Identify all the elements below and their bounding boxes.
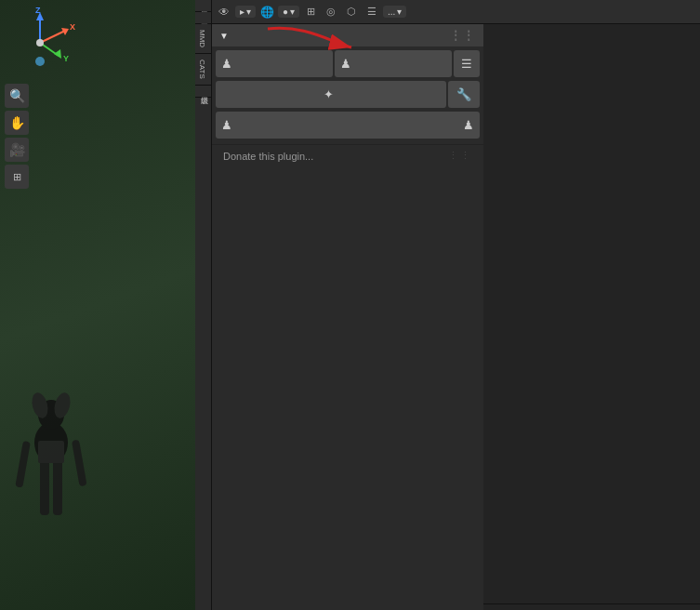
scene-tree — [483, 24, 700, 603]
svg-text:Z: Z — [35, 7, 41, 15]
panel-scroll: ▼ ⋮⋮ ♟ ♟ ☰ — [212, 24, 483, 610]
svg-marker-4 — [54, 49, 61, 59]
fix-wrench-button[interactable]: 🔧 — [448, 81, 480, 108]
toolbar-hand-icon[interactable]: ✋ — [5, 111, 29, 135]
left-toolbar: 🔍 ✋ 🎥 ⊞ — [5, 84, 29, 189]
svg-rect-15 — [40, 459, 49, 515]
export-button[interactable]: ♟ — [335, 50, 452, 77]
model-section-header: ▼ ⋮⋮ — [212, 24, 483, 46]
svg-rect-18 — [72, 440, 87, 487]
topbar-icon1[interactable]: 👁 — [215, 3, 233, 21]
right-panel — [483, 0, 700, 610]
menu-button[interactable]: ☰ — [454, 50, 480, 77]
donate-dots: ⋮⋮ — [448, 150, 472, 162]
fix-icon: ✦ — [324, 87, 334, 101]
mmd-cats-tabs: 场景 视图 MMD CATS 层级 — [195, 0, 212, 610]
main-panel: 👁 ▸ ▾ 🌐 ● ▾ ⊞ ◎ ⬡ ☰ ... ▾ — [212, 0, 483, 610]
topbar-dropdown1[interactable]: ▸ ▾ — [235, 6, 256, 18]
donate-text: Donate this plugin... — [223, 151, 313, 162]
donate-row: Donate this plugin... ⋮⋮ — [212, 144, 483, 166]
tab-mmd2[interactable]: MMD — [195, 24, 211, 54]
svg-line-6 — [40, 31, 65, 43]
topbar-globe[interactable]: 🌐 — [258, 3, 276, 21]
topbar-icon3[interactable]: ◎ — [322, 3, 340, 21]
toolbar-camera-icon[interactable]: 🎥 — [5, 138, 29, 162]
tab-scene[interactable]: 视图 — [195, 12, 211, 24]
right-panel-header — [483, 0, 700, 24]
tab-cats[interactable]: CATS — [195, 54, 211, 86]
topbar-dropdown2[interactable]: ● ▾ — [278, 6, 299, 18]
topbar-dropdown3[interactable]: ... ▾ — [383, 6, 406, 18]
svg-rect-16 — [53, 459, 62, 515]
viewport[interactable]: Z Y X 🔍 ✋ 🎥 ⊞ — [0, 0, 195, 610]
import-export-row: ♟ ♟ ☰ — [212, 46, 483, 79]
watermark — [483, 603, 700, 610]
svg-point-9 — [36, 39, 44, 46]
section-collapse-arrow[interactable]: ▼ — [219, 31, 229, 41]
tab-mmd[interactable]: 场景 — [195, 0, 211, 12]
section-dots: ⋮⋮ — [450, 29, 476, 42]
svg-rect-17 — [15, 441, 31, 488]
toolbar-zoom-icon[interactable]: 🔍 — [5, 84, 29, 108]
topbar-icon4[interactable]: ⬡ — [342, 3, 361, 21]
toolbar-grid-icon[interactable]: ⊞ — [5, 165, 29, 189]
svg-text:X: X — [70, 22, 75, 32]
pose-mode-button[interactable]: ♟ ♟ — [216, 112, 480, 139]
svg-point-10 — [35, 57, 45, 66]
figure-silhouette — [5, 387, 98, 591]
tab-extra[interactable]: 层级 — [195, 86, 211, 98]
topbar-icon2[interactable]: ⊞ — [301, 3, 320, 21]
panel-topbar: 👁 ▸ ▾ 🌐 ● ▾ ⊞ ◎ ⬡ ☰ ... ▾ — [212, 0, 483, 24]
pose-icon-right: ♟ — [463, 118, 474, 132]
topbar-icon5[interactable]: ☰ — [363, 3, 381, 21]
import-button[interactable]: ♟ — [216, 50, 333, 77]
axes-widget: Z Y X — [7, 7, 77, 77]
svg-rect-19 — [38, 441, 64, 463]
import-icon: ♟ — [221, 57, 232, 71]
svg-text:Y: Y — [63, 54, 69, 63]
export-icon: ♟ — [340, 57, 351, 71]
pose-mode-row: ♟ ♟ — [212, 110, 483, 144]
pose-icon-left: ♟ — [221, 118, 232, 132]
panel-scroll-inner: ▼ ⋮⋮ ♟ ♟ ☰ — [212, 24, 483, 166]
fix-model-row: ✦ 🔧 — [212, 79, 483, 110]
fix-model-button[interactable]: ✦ — [216, 81, 446, 108]
